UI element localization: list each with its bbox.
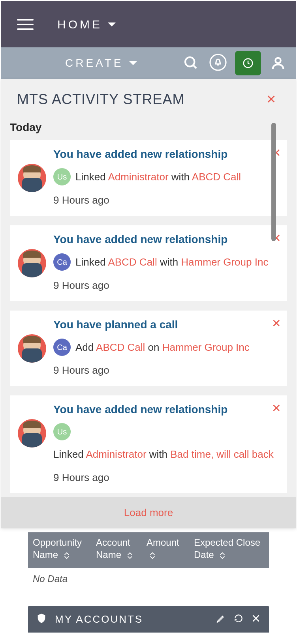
today-label: Today	[1, 108, 296, 140]
entity-link[interactable]: ABCD Call	[108, 256, 157, 268]
opportunities-no-data: No Data	[28, 568, 269, 590]
user-avatar[interactable]	[18, 249, 46, 277]
activity-card: You have added new relationship Us Linke…	[10, 140, 287, 216]
create-dropdown[interactable]: CREATE	[65, 57, 137, 69]
entity-link[interactable]: ABCD Call	[96, 341, 145, 353]
svg-point-5	[275, 58, 280, 63]
svg-line-1	[193, 65, 196, 68]
activity-title[interactable]: You have planned a call	[53, 318, 279, 331]
entity-link[interactable]: ABCD Call	[192, 171, 241, 183]
home-label: HOME	[57, 18, 102, 31]
sort-icon	[126, 549, 133, 561]
activity-description: Ca Add ABCD Call on Hammer Group Inc	[53, 338, 279, 357]
activity-time: 9 Hours ago	[53, 279, 279, 292]
activity-title[interactable]: You have added new relationship	[53, 233, 279, 246]
activity-description: Us Linked Administrator with ABCD Call	[53, 168, 279, 186]
top-nav-bar: HOME	[1, 1, 296, 47]
entity-badge[interactable]: Us	[53, 168, 71, 185]
notification-icon[interactable]	[208, 53, 228, 73]
activity-card: You have added new relationship Ca Linke…	[10, 225, 287, 301]
action-icons	[181, 51, 288, 75]
entity-link[interactable]: Bad time, will call back	[170, 448, 274, 460]
svg-point-0	[185, 57, 194, 66]
activity-time: 9 Hours ago	[53, 364, 279, 376]
close-panel-button[interactable]: ✕	[262, 91, 280, 108]
svg-point-2	[210, 54, 226, 70]
entity-badge[interactable]: Us	[53, 423, 71, 440]
my-accounts-title: MY ACCOUNTS	[55, 613, 216, 625]
col-account-name[interactable]: Account Name	[91, 532, 142, 568]
activity-card: You have added new relationship Us Linke…	[10, 395, 287, 493]
dismiss-activity-button[interactable]: ✕	[272, 402, 281, 415]
stream-body[interactable]: Today You have added new relationship Us…	[1, 108, 296, 497]
stream-header: MTS ACTIVITY STREAM ✕	[1, 79, 296, 108]
opportunities-table-header: Opportunity Name Account Name Amount Exp…	[28, 532, 269, 568]
shield-icon	[36, 613, 47, 625]
menu-icon[interactable]	[17, 16, 34, 33]
sort-icon	[219, 549, 226, 561]
caret-down-icon	[129, 61, 137, 65]
home-dropdown[interactable]: HOME	[57, 18, 116, 31]
edit-icon[interactable]	[216, 613, 226, 625]
create-label: CREATE	[65, 57, 124, 69]
close-icon[interactable]	[251, 613, 261, 625]
activity-card: You have planned a call Ca Add ABCD Call…	[10, 311, 287, 386]
my-accounts-header: MY ACCOUNTS	[28, 606, 269, 633]
activity-description: Us Linked Administrator with Bad time, w…	[53, 423, 279, 464]
caret-down-icon	[108, 22, 116, 26]
activity-description: Ca Linked ABCD Call with Hammer Group In…	[53, 253, 279, 271]
entity-link[interactable]: Hammer Group Inc	[181, 256, 268, 268]
activity-time: 9 Hours ago	[53, 194, 279, 206]
background-content: Opportunity Name Account Name Amount Exp…	[28, 532, 269, 633]
entity-badge[interactable]: Ca	[53, 339, 71, 356]
activity-title[interactable]: You have added new relationship	[53, 148, 279, 161]
activity-stream-icon[interactable]	[235, 51, 261, 75]
action-bar: CREATE	[1, 47, 296, 79]
scrollbar[interactable]	[271, 123, 276, 241]
activity-title[interactable]: You have added new relationship	[53, 403, 279, 416]
col-amount[interactable]: Amount	[142, 532, 189, 568]
activity-time: 9 Hours ago	[53, 472, 279, 484]
dismiss-activity-button[interactable]: ✕	[272, 317, 281, 330]
refresh-icon[interactable]	[233, 613, 244, 625]
user-avatar[interactable]	[18, 164, 46, 192]
search-icon[interactable]	[181, 53, 201, 73]
col-opportunity-name[interactable]: Opportunity Name	[28, 532, 91, 568]
user-avatar[interactable]	[18, 334, 46, 363]
activity-stream-panel: MTS ACTIVITY STREAM ✕ Today You have add…	[1, 79, 296, 528]
load-more-button[interactable]: Load more	[1, 497, 296, 528]
entity-badge[interactable]: Ca	[53, 253, 71, 271]
sort-icon	[63, 549, 70, 561]
user-avatar[interactable]	[18, 419, 46, 447]
stream-title: MTS ACTIVITY STREAM	[17, 91, 184, 108]
entity-link[interactable]: Administrator	[108, 171, 168, 183]
entity-link[interactable]: Hammer Group Inc	[162, 341, 250, 353]
sort-icon	[149, 549, 156, 561]
widget-actions	[216, 613, 261, 625]
entity-link[interactable]: Administrator	[86, 448, 146, 460]
user-icon[interactable]	[268, 53, 288, 73]
col-close-date[interactable]: Expected Close Date	[189, 532, 269, 568]
